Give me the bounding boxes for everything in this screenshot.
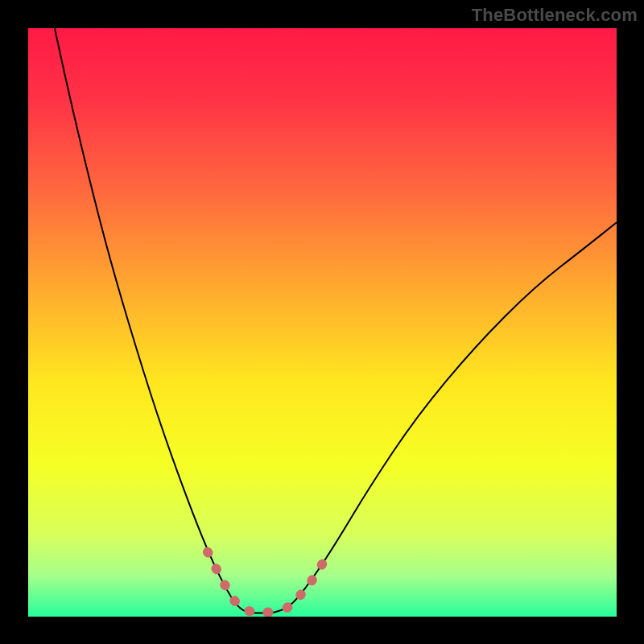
- plot-area: [28, 28, 617, 617]
- chart-frame: TheBottleneck.com: [0, 0, 644, 644]
- watermark-text: TheBottleneck.com: [472, 5, 638, 26]
- curve-canvas: [28, 28, 617, 617]
